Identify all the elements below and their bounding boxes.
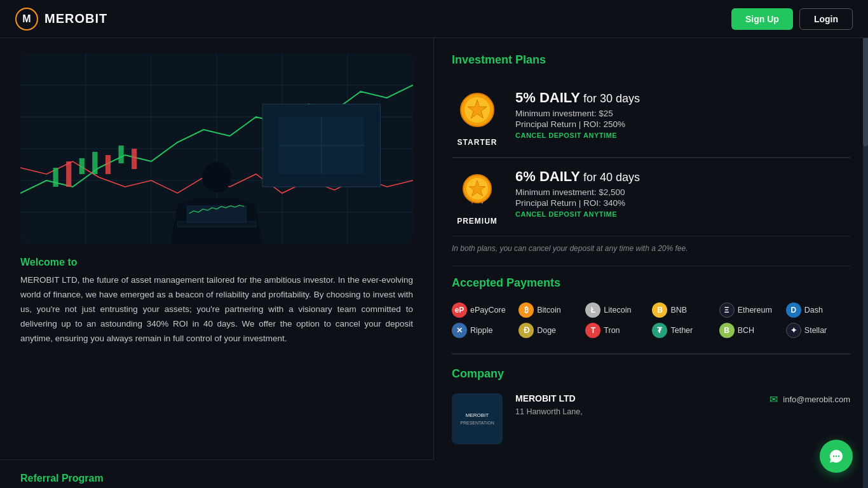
logo-area: M MEROBIT — [15, 8, 107, 30]
accepted-payments-section: Accepted Payments ePePayCore₿BitcoinŁLit… — [452, 266, 850, 338]
svg-rect-19 — [132, 149, 137, 169]
coin-icon-tron: T — [585, 323, 600, 338]
premium-plan-rate: 6% DAILY for 40 days — [515, 168, 850, 185]
starter-roi: Principal Return | ROI: 250% — [515, 119, 850, 129]
company-title: Company — [452, 367, 850, 381]
premium-plan-name: PREMIUM — [457, 217, 498, 226]
svg-point-20 — [202, 162, 231, 193]
header: M MEROBIT Sign Up Login — [0, 0, 868, 38]
svg-point-43 — [836, 456, 837, 457]
coin-label-tron: Tron — [604, 326, 620, 335]
premium-min-investment: Minimum investment: $2,500 — [515, 187, 850, 197]
logo-text: MEROBIT — [44, 11, 107, 26]
payment-item-bnb: BBNB — [652, 302, 716, 318]
payment-item-bitcoin: ₿Bitcoin — [519, 302, 583, 318]
payment-item-stellar: ✦Stellar — [786, 323, 850, 338]
right-column: Investment Plans STARTER 5% DAILY for 30… — [434, 38, 868, 459]
svg-rect-14 — [66, 161, 71, 187]
premium-cancel: CANCEL DEPOSIT ANYTIME — [515, 210, 850, 218]
premium-plan-info: 6% DAILY for 40 days Minimum investment:… — [515, 168, 850, 218]
starter-plan-info: 5% DAILY for 30 days Minimum investment:… — [515, 90, 850, 139]
coin-icon-stellar: ✦ — [786, 323, 801, 338]
plan-note: In both plans, you can cancel your depos… — [452, 236, 850, 266]
starter-plan-icon-area: STARTER — [452, 90, 503, 147]
company-info: MEROBIT LTD 11 Hanworth Lane, — [515, 393, 757, 418]
coin-label-tether: Tether — [670, 326, 693, 335]
coin-icon-bnb: B — [652, 302, 667, 318]
svg-rect-13 — [53, 168, 58, 187]
coin-icon-bch: B — [719, 323, 735, 338]
company-email-section: ✉ info@merobit.com — [770, 393, 850, 405]
coin-label-bitcoin: Bitcoin — [537, 306, 561, 315]
svg-text:M: M — [22, 13, 31, 24]
coin-icon-ripple: ✕ — [452, 323, 467, 338]
svg-rect-17 — [105, 155, 111, 174]
scrollbar[interactable] — [863, 0, 868, 488]
coin-label-bnb: BNB — [670, 306, 687, 315]
payment-item-ethereum: ΞEthereum — [719, 302, 783, 318]
welcome-section: Welcome to MEROBIT LTD, the future of as… — [20, 257, 413, 346]
company-content: MEROBIT PRESENTATION MEROBIT LTD 11 Hanw… — [452, 393, 850, 444]
svg-rect-15 — [79, 158, 85, 174]
email-icon: ✉ — [770, 393, 778, 405]
company-name: MEROBIT LTD — [515, 393, 757, 403]
coin-icon-bitcoin: ₿ — [519, 302, 534, 318]
referral-section: Referral Program Discover an avenue of o… — [0, 459, 434, 488]
payment-item-ripple: ✕Ripple — [452, 323, 516, 338]
payment-item-dash: DDash — [786, 302, 850, 318]
chat-bubble[interactable] — [820, 440, 853, 473]
payment-item-tether: ₮Tether — [652, 323, 716, 338]
company-address: 11 Hanworth Lane, — [515, 406, 757, 418]
welcome-text: MEROBIT LTD, the future of asset managem… — [20, 273, 413, 346]
payments-grid: ePePayCore₿BitcoinŁLitecoinBBNBΞEthereum… — [452, 302, 850, 338]
accepted-payments-title: Accepted Payments — [452, 276, 850, 290]
payment-item-doge: ƉDoge — [519, 323, 583, 338]
payment-item-litecoin: ŁLitecoin — [585, 302, 649, 318]
company-section: Company MEROBIT PRESENTATION MEROBIT LTD… — [452, 354, 850, 444]
payment-item-bch: BBCH — [719, 323, 783, 338]
left-column: Welcome to MEROBIT LTD, the future of as… — [0, 38, 434, 459]
coin-label-ethereum: Ethereum — [738, 306, 772, 315]
main-grid: Welcome to MEROBIT LTD, the future of as… — [0, 38, 868, 459]
svg-point-44 — [838, 456, 839, 457]
referral-title: Referral Program — [20, 473, 414, 484]
coin-label-litecoin: Litecoin — [604, 306, 631, 315]
coin-label-stellar: Stellar — [804, 326, 827, 335]
starter-min-investment: Minimum investment: $25 — [515, 109, 850, 118]
coin-icon-dash: D — [786, 302, 801, 318]
premium-icon — [454, 168, 500, 214]
coin-label-epaycore: ePayCore — [470, 306, 506, 315]
starter-cancel: CANCEL DEPOSIT ANYTIME — [515, 132, 850, 139]
coin-label-bch: BCH — [738, 326, 754, 335]
coin-icon-doge: Ɖ — [519, 323, 534, 338]
payment-item-epaycore: ePePayCore — [452, 302, 516, 318]
starter-plan-name: STARTER — [458, 138, 498, 147]
coin-label-ripple: Ripple — [470, 326, 492, 335]
investment-plans-section: Investment Plans STARTER 5% DAILY for 30… — [452, 53, 850, 266]
company-image: MEROBIT PRESENTATION — [452, 393, 503, 444]
starter-icon — [454, 90, 500, 135]
company-email: info@merobit.com — [783, 395, 850, 404]
svg-rect-26 — [187, 206, 247, 222]
coin-label-dash: Dash — [804, 306, 823, 315]
svg-rect-16 — [92, 152, 97, 174]
logo-icon: M — [15, 8, 38, 30]
hero-image — [20, 53, 413, 244]
coin-icon-epaycore: eP — [452, 302, 467, 318]
welcome-title: Welcome to — [20, 257, 413, 268]
signup-button[interactable]: Sign Up — [731, 8, 793, 30]
coin-label-doge: Doge — [537, 326, 556, 335]
header-buttons: Sign Up Login — [731, 8, 853, 30]
coin-icon-litecoin: Ł — [585, 302, 600, 318]
payment-item-tron: TTron — [585, 323, 649, 338]
premium-roi: Principal Return | ROI: 340% — [515, 198, 850, 208]
coin-icon-tether: ₮ — [652, 323, 667, 338]
login-button[interactable]: Login — [799, 8, 853, 30]
svg-rect-18 — [119, 146, 124, 163]
premium-plan-card: PREMIUM 6% DAILY for 40 days Minimum inv… — [452, 158, 850, 236]
investment-plans-title: Investment Plans — [452, 53, 850, 67]
chat-icon — [829, 449, 844, 464]
svg-point-42 — [833, 456, 834, 457]
starter-plan-rate: 5% DAILY for 30 days — [515, 90, 850, 106]
starter-plan-card: STARTER 5% DAILY for 30 days Minimum inv… — [452, 79, 850, 158]
